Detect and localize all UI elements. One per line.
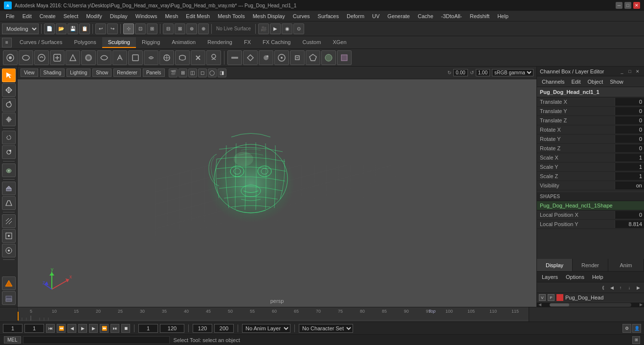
cb-scroll-thumb[interactable] bbox=[550, 303, 569, 306]
cb-visibility-value[interactable]: on bbox=[615, 182, 644, 189]
bevel-btn[interactable] bbox=[2, 196, 16, 210]
sculpt-btn-17[interactable] bbox=[259, 50, 273, 65]
minimize-button[interactable]: ─ bbox=[616, 2, 622, 9]
menu-uv[interactable]: UV bbox=[368, 12, 383, 20]
vp-smooth-btn[interactable]: ◻ bbox=[198, 69, 207, 77]
sculpt-btn-14[interactable] bbox=[206, 50, 221, 65]
save-scene-btn[interactable]: 💾 bbox=[67, 23, 78, 34]
cb-tab-anim[interactable]: Anim bbox=[608, 259, 644, 271]
pb-stop-btn[interactable]: ⏹ bbox=[121, 324, 130, 333]
cb-options-menu[interactable]: Options bbox=[563, 273, 587, 281]
cb-tab-display[interactable]: Display bbox=[537, 259, 573, 271]
cb-maximize-btn[interactable]: □ bbox=[626, 68, 633, 75]
command-input[interactable] bbox=[23, 336, 170, 344]
snap-btn-3[interactable] bbox=[2, 244, 16, 257]
cb-minimize-btn[interactable]: _ bbox=[619, 68, 625, 75]
menu-cache[interactable]: Cache bbox=[414, 12, 437, 20]
pb-play-btn[interactable]: ▶ bbox=[78, 324, 87, 333]
cb-local-pos-x-value[interactable]: 0 bbox=[615, 211, 644, 219]
menu-surfaces[interactable]: Surfaces bbox=[314, 12, 343, 20]
menu-generate[interactable]: Generate bbox=[383, 12, 414, 20]
cb-object-menu[interactable]: Object bbox=[584, 78, 606, 86]
camera-btn[interactable]: 🎥 bbox=[258, 23, 269, 34]
menu-edit[interactable]: Edit bbox=[19, 12, 36, 20]
grid-btn[interactable] bbox=[2, 291, 16, 305]
cb-horizontal-scroll[interactable]: ◀ ▶ bbox=[537, 302, 644, 307]
sculpt-btn-16[interactable] bbox=[243, 50, 258, 65]
snap-surface-btn[interactable]: ⊕ bbox=[198, 23, 209, 34]
menu-redshift[interactable]: Redshift bbox=[466, 12, 493, 20]
pb-char-btn[interactable]: 👤 bbox=[632, 324, 641, 333]
cb-layers-menu[interactable]: Layers bbox=[539, 273, 561, 281]
display-toggle-btn[interactable]: ⊙ bbox=[293, 23, 304, 34]
viewport-panels-menu[interactable]: Panels bbox=[143, 69, 165, 77]
pb-goto-end-btn[interactable]: ⏭ bbox=[111, 324, 119, 333]
sculpt-btn-12[interactable] bbox=[175, 50, 190, 65]
pb-char-set-select[interactable]: No Character Set bbox=[299, 324, 353, 333]
menu-3dto[interactable]: -3DtoAll- bbox=[437, 12, 466, 20]
sculpt-btn-9[interactable] bbox=[128, 50, 143, 65]
cb-nav-prev[interactable]: ◀ bbox=[608, 284, 616, 292]
colorspace-select[interactable]: sRGB gamma bbox=[492, 69, 533, 76]
undo-btn[interactable]: ↩ bbox=[95, 23, 106, 34]
maximize-button[interactable]: □ bbox=[624, 2, 631, 9]
ipr-btn[interactable]: ◉ bbox=[282, 23, 292, 34]
pb-step-fwd-btn[interactable]: ⏩ bbox=[100, 324, 109, 333]
menu-edit-mesh[interactable]: Edit Mesh bbox=[182, 12, 214, 20]
cb-rotate-x-value[interactable]: 0 bbox=[615, 126, 644, 134]
menu-curves[interactable]: Curves bbox=[289, 12, 314, 20]
menu-create[interactable]: Create bbox=[36, 12, 60, 20]
timeline[interactable]: 5 10 15 20 25 30 35 40 45 50 55 60 65 70… bbox=[0, 307, 644, 322]
cb-layer-playback-btn[interactable]: P bbox=[548, 294, 555, 301]
sculpt-btn-10[interactable] bbox=[144, 50, 158, 65]
cb-translate-x-value[interactable]: 0 bbox=[615, 98, 644, 106]
close-button[interactable]: ✕ bbox=[633, 2, 640, 9]
paint-mode-btn[interactable]: ⊞ bbox=[147, 23, 157, 34]
menu-deform[interactable]: Deform bbox=[343, 12, 368, 20]
viewport-renderer-menu[interactable]: Renderer bbox=[113, 69, 141, 77]
sculpt-btn-22[interactable] bbox=[337, 50, 352, 65]
sculpt-btn-11[interactable] bbox=[159, 50, 174, 65]
tab-custom[interactable]: Custom bbox=[297, 37, 327, 48]
pb-next-frame-btn[interactable]: ▶ bbox=[89, 324, 98, 333]
cb-nav-first[interactable]: ⟪ bbox=[599, 284, 607, 292]
menu-file[interactable]: File bbox=[2, 12, 19, 20]
snap-curve-btn[interactable]: ⊠ bbox=[175, 23, 185, 34]
menu-display[interactable]: Display bbox=[106, 12, 132, 20]
cb-translate-z-value[interactable]: 0 bbox=[615, 116, 644, 124]
sculpt-btn-15[interactable] bbox=[227, 50, 242, 65]
vp-grid-btn[interactable]: ⊞ bbox=[178, 69, 187, 77]
sculpt-btn-1[interactable] bbox=[3, 50, 18, 65]
viewport[interactable]: View Shading Lighting Show Renderer Pane… bbox=[18, 67, 536, 307]
sculpt-btn-8[interactable] bbox=[112, 50, 127, 65]
sculpt-btn-2[interactable] bbox=[19, 50, 33, 65]
pb-goto-start-btn[interactable]: ⏮ bbox=[46, 324, 55, 333]
tab-rendering[interactable]: Rendering bbox=[201, 37, 238, 48]
snap-btn-2[interactable] bbox=[2, 229, 16, 243]
save-as-btn[interactable]: 📋 bbox=[79, 23, 90, 34]
cb-scroll-left-btn[interactable]: ◀ bbox=[537, 302, 543, 307]
status-bar-icon[interactable]: ⊞ bbox=[632, 336, 640, 344]
viewport-canvas[interactable]: x y z persp bbox=[18, 79, 536, 307]
pb-range-end-field[interactable] bbox=[160, 324, 184, 333]
tab-rigging[interactable]: Rigging bbox=[136, 37, 166, 48]
menu-mesh-tools[interactable]: Mesh Tools bbox=[214, 12, 248, 20]
viewport-shading-menu[interactable]: Shading bbox=[40, 69, 65, 77]
open-scene-btn[interactable]: 📂 bbox=[56, 23, 67, 34]
cb-rotate-z-value[interactable]: 0 bbox=[615, 144, 644, 152]
render-btn[interactable]: ▶ bbox=[270, 23, 281, 34]
mel-badge[interactable]: MEL bbox=[4, 336, 21, 344]
cb-help-menu[interactable]: Help bbox=[589, 273, 606, 281]
pb-current-frame-field[interactable] bbox=[24, 324, 44, 333]
lasso-tool-btn[interactable] bbox=[2, 131, 16, 144]
sculpt-btn-3[interactable] bbox=[34, 50, 49, 65]
cb-scroll-right-btn[interactable]: ▶ bbox=[638, 302, 644, 307]
tab-curves-surfaces[interactable]: Curves / Surfaces bbox=[14, 37, 68, 48]
timeline-track-area[interactable]: 5 10 15 20 25 30 35 40 45 50 55 60 65 70… bbox=[18, 307, 529, 322]
scale-tool-btn[interactable] bbox=[2, 113, 16, 126]
sculpt-btn-6[interactable] bbox=[81, 50, 96, 65]
viewport-view-menu[interactable]: View bbox=[21, 69, 38, 77]
sidebar-toggle-btn[interactable]: ≡ bbox=[2, 38, 12, 47]
cb-nav-scroll-down[interactable]: ↓ bbox=[625, 284, 633, 292]
sculpt-btn-18[interactable] bbox=[274, 50, 289, 65]
